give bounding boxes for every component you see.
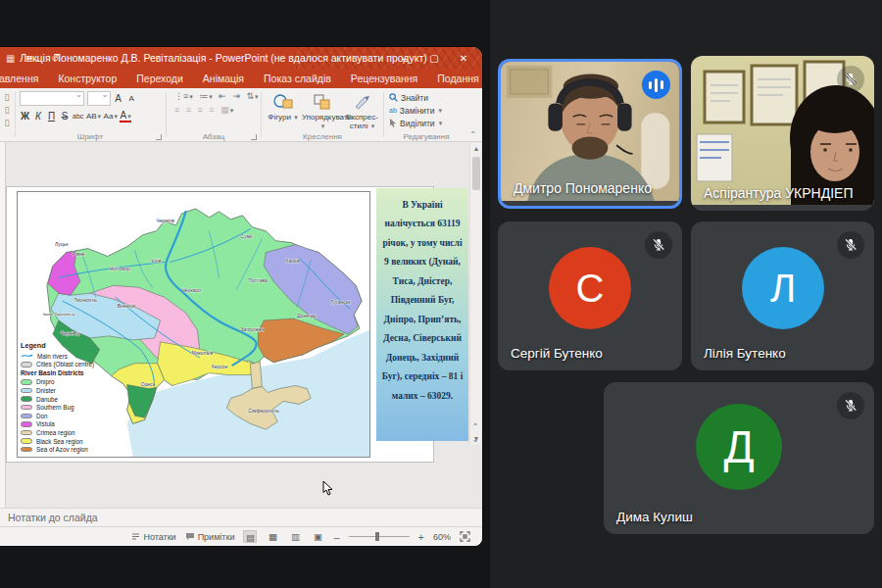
paragraph-group: ⋮≡ ≔ ⇤ ⇥ ⇅ ≡ ≡ ≡ ≡ ▦ Абзац xyxy=(169,88,259,142)
notes-toggle-button[interactable]: Нотатки xyxy=(131,532,175,542)
bullets-icon[interactable]: ⋮≡ xyxy=(174,91,193,101)
legend-item-label: Sea of Azov region xyxy=(36,445,88,454)
participant-tile-liliia[interactable]: Л Лілія Бутенко xyxy=(691,221,874,370)
previous-slide-icon[interactable]: ⌃ xyxy=(472,422,479,431)
city-label: Івано-Франківськ xyxy=(43,312,75,317)
avatar: Л xyxy=(742,247,824,329)
comment-icon xyxy=(185,532,195,541)
city-label: Запоріжжя xyxy=(240,327,265,332)
close-button[interactable]: ✕ xyxy=(449,47,478,69)
zoom-out-button[interactable]: – xyxy=(333,531,339,543)
shapes-button[interactable]: Фігури xyxy=(264,90,302,130)
legend-districts-title: River Basin Districts xyxy=(21,368,156,378)
qat-menu-icon[interactable]: ≣⌄ xyxy=(24,53,41,64)
font-name-combobox[interactable] xyxy=(20,91,84,106)
tab-design[interactable]: Конструктор xyxy=(48,69,126,88)
meeting-window: ▦ ≣⌄ ↺ Лекція Пономаренко Д.В. Ревіталіз… xyxy=(0,0,882,588)
indent-decrease-icon[interactable]: ⇤ xyxy=(219,91,226,101)
select-button[interactable]: Виділити xyxy=(389,117,466,129)
slide-text-box[interactable]: В Україні налічується 63119 річок, у том… xyxy=(376,188,468,441)
participant-tile-aspirantura[interactable]: Аспірантура УКРНДІЕП xyxy=(691,56,874,211)
slide-canvas[interactable]: Чернігів Київ Суми Харків Луганськ Донец… xyxy=(6,186,434,463)
align-center-icon[interactable]: ≡ xyxy=(186,105,191,115)
paragraph-dialog-launcher-icon[interactable] xyxy=(251,134,257,140)
search-icon xyxy=(389,93,398,102)
comments-toggle-button[interactable]: Примітки xyxy=(185,532,235,542)
mic-off-icon xyxy=(837,392,864,419)
change-case-button[interactable]: Аа xyxy=(104,112,118,121)
zoom-slider-thumb[interactable] xyxy=(375,532,379,541)
find-button[interactable]: Знайти xyxy=(389,91,466,104)
participant-tile-serhii[interactable]: С Сергій Бутенко xyxy=(498,221,682,370)
notes-pane[interactable]: Нотатки до слайда xyxy=(0,508,482,526)
zoom-level[interactable]: 60% xyxy=(433,532,451,542)
tab-transitions[interactable]: Переходи xyxy=(126,69,193,88)
city-label: Рівне xyxy=(73,252,85,257)
legend-title: Legend xyxy=(21,341,156,351)
powerpoint-titlebar[interactable]: ▦ ≣⌄ ↺ Лекція Пономаренко Д.В. Ревіталіз… xyxy=(0,47,482,69)
legend-cities: Cities (Oblast centre) xyxy=(36,360,94,368)
collapse-ribbon-icon[interactable]: ⌃ xyxy=(469,130,476,139)
clipboard-strip: ▯▯▯ xyxy=(0,88,14,142)
arrange-button[interactable]: Упорядкувати xyxy=(302,90,343,130)
view-reading-button[interactable]: ▥ xyxy=(288,530,302,543)
font-group: А А Ж К П S abc АВ Аа А Шрифт xyxy=(17,88,164,142)
legend-swatch xyxy=(21,438,32,444)
tab-review[interactable]: Рецензування xyxy=(341,69,427,88)
italic-button[interactable]: К xyxy=(33,111,44,122)
text-shadow-button[interactable]: abc xyxy=(73,113,83,120)
line-spacing-icon[interactable]: ⇅ xyxy=(246,91,258,101)
indent-increase-icon[interactable]: ⇥ xyxy=(232,91,240,101)
status-bar: Нотатки Примітки ▤ ▦ ▥ ▣ – + 60% xyxy=(0,526,482,546)
notes-icon xyxy=(131,532,140,541)
city-label: Тернопіль xyxy=(74,298,98,303)
tab-animations[interactable]: Анімація xyxy=(193,69,254,88)
font-dialog-launcher-icon[interactable] xyxy=(156,134,162,140)
grow-font-button[interactable]: А xyxy=(113,93,123,104)
avatar: Д xyxy=(696,404,782,490)
zoom-in-button[interactable]: + xyxy=(418,531,424,543)
align-right-icon[interactable]: ≡ xyxy=(198,105,203,115)
view-slideshow-button[interactable]: ▣ xyxy=(311,530,324,543)
participant-tile-ponomarenko[interactable]: Дмитро Пономаренко xyxy=(498,59,682,209)
view-slide-sorter-button[interactable]: ▦ xyxy=(266,530,279,543)
replace-icon: ab xyxy=(389,107,397,114)
city-label: Миколаїв xyxy=(192,351,214,356)
vertical-scrollbar[interactable]: ▲ ▼ xyxy=(469,143,481,445)
replace-button[interactable]: ab Замінити xyxy=(389,104,466,117)
maximize-button[interactable]: ▢ xyxy=(419,47,449,69)
qat-undo-icon[interactable]: ↺ xyxy=(51,53,59,64)
avatar-initial: Л xyxy=(770,267,796,311)
scrollbar-thumb[interactable] xyxy=(472,157,480,190)
shrink-font-button[interactable]: А xyxy=(126,94,137,103)
minimize-button[interactable]: – xyxy=(390,47,419,69)
align-left-icon[interactable]: ≡ xyxy=(174,105,179,115)
quick-styles-button[interactable]: Експрес-стилі xyxy=(343,90,381,130)
tab-view[interactable]: Подання xyxy=(427,69,482,88)
font-group-label: Шрифт xyxy=(17,132,164,141)
strikethrough-button[interactable]: S xyxy=(60,111,71,122)
bold-button[interactable]: Ж xyxy=(20,111,30,122)
quick-access-toolbar[interactable]: ▦ ≣⌄ ↺ xyxy=(6,47,60,69)
char-spacing-button[interactable]: АВ xyxy=(86,112,101,121)
zoom-slider[interactable] xyxy=(349,536,410,537)
river-line-icon xyxy=(21,353,33,359)
legend-swatch xyxy=(21,379,32,385)
tab-slideshow[interactable]: Показ слайдів xyxy=(254,69,341,88)
columns-icon[interactable]: ▦ xyxy=(220,105,233,115)
font-size-combobox[interactable] xyxy=(87,91,111,106)
city-label: Донецьк xyxy=(297,314,317,318)
view-normal-button[interactable]: ▤ xyxy=(243,530,257,543)
slide-navigation[interactable]: ⌃ ⌄ xyxy=(469,420,481,446)
scroll-up-icon[interactable]: ▲ xyxy=(470,143,482,155)
font-color-button[interactable]: А xyxy=(120,110,130,122)
justify-icon[interactable]: ≡ xyxy=(209,105,214,115)
numbering-icon[interactable]: ≔ xyxy=(199,91,213,101)
fit-to-window-icon[interactable] xyxy=(460,531,470,542)
city-label: Сімферополь xyxy=(248,409,279,414)
underline-button[interactable]: П xyxy=(46,111,57,122)
city-label: Луганськ xyxy=(330,300,351,305)
participant-tile-dyma[interactable]: Д Дима Кулиш xyxy=(604,382,874,534)
tab-insert[interactable]: Вставлення xyxy=(0,69,48,88)
next-slide-icon[interactable]: ⌄ xyxy=(472,435,479,444)
